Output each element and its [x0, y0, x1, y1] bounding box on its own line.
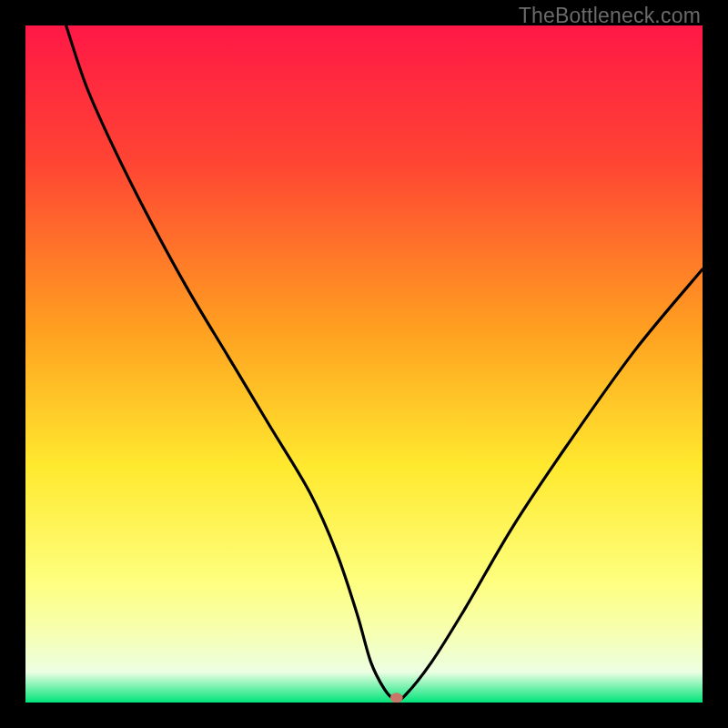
plot-area [25, 25, 703, 703]
watermark-text: TheBottleneck.com [519, 4, 701, 28]
chart-background [25, 25, 703, 703]
chart-svg [25, 25, 703, 703]
optimal-point-marker [390, 693, 403, 703]
chart-frame: TheBottleneck.com [0, 0, 728, 728]
